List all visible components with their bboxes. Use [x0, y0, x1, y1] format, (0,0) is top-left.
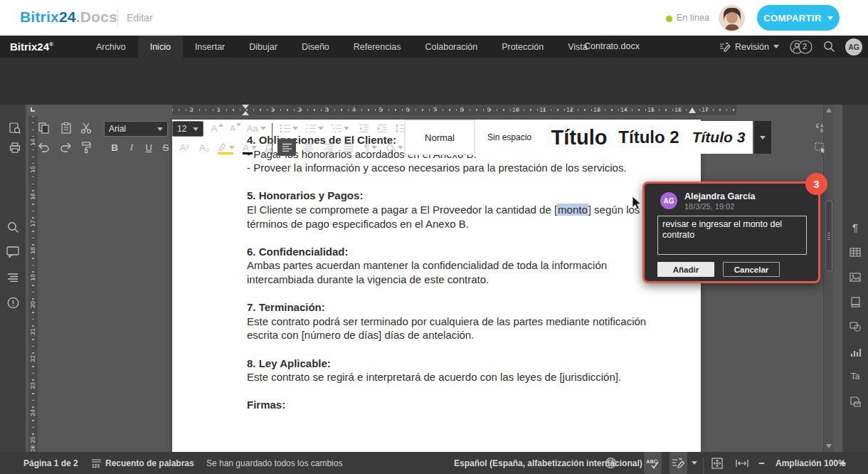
italic-button[interactable]: I	[122, 139, 141, 156]
strikethrough-button[interactable]: S	[157, 139, 175, 156]
paste-button[interactable]	[57, 120, 75, 137]
text-art-settings-button[interactable]: Ta	[842, 368, 868, 385]
tab-colaboracion[interactable]: Colaboración	[413, 36, 490, 58]
fit-page-button[interactable]	[711, 452, 723, 474]
user-initials-avatar[interactable]: AG	[845, 38, 862, 56]
font-color-button[interactable]: A	[239, 139, 260, 156]
zoom-out-button[interactable]: −	[758, 452, 765, 474]
compartir-button[interactable]: COMPARTIR	[757, 5, 840, 31]
shading-button[interactable]	[384, 139, 406, 156]
align-right-button[interactable]	[319, 139, 337, 156]
navigation-headings-button[interactable]	[0, 268, 26, 285]
ruler-h-label: 15	[647, 106, 655, 113]
undo-button[interactable]	[34, 139, 53, 156]
paragraph-settings-button[interactable]: ¶	[842, 218, 868, 236]
search-icon[interactable]	[823, 41, 835, 53]
styles-gallery-expand-button[interactable]	[754, 121, 771, 154]
tab-inicio[interactable]: Inicio	[138, 36, 183, 58]
save-copy-style-button[interactable]	[6, 120, 24, 137]
scroll-down-arrow[interactable]	[826, 444, 832, 448]
vertical-ruler[interactable]: 14 15 16 17 18 19 20 21 22 23 24 25 26	[28, 116, 38, 452]
tab-archivo[interactable]: Archivo	[84, 36, 138, 58]
comments-panel-button[interactable]	[0, 243, 26, 260]
clear-formatting-button[interactable]	[262, 139, 277, 156]
track-changes-menu[interactable]	[692, 452, 697, 474]
decrease-indent-button[interactable]	[354, 120, 373, 137]
header-footer-settings-button[interactable]	[842, 293, 868, 310]
vertical-scrollbar[interactable]	[823, 105, 834, 452]
comment-text-input[interactable]: revisar e ingresar el monto del contrato	[657, 216, 807, 255]
select-all-button[interactable]	[811, 139, 830, 156]
ruler-h-label: 17	[702, 106, 709, 113]
tab-stop-selector[interactable]	[28, 105, 38, 115]
redo-button[interactable]	[57, 139, 75, 156]
bullet-list-button[interactable]	[277, 120, 300, 137]
comment-add-button[interactable]: Añadir	[657, 262, 714, 277]
align-center-button[interactable]	[299, 139, 317, 156]
style-titulo-3[interactable]: Título 3	[684, 121, 753, 154]
image-settings-button[interactable]	[842, 268, 868, 285]
review-mode-button[interactable]: Revisión	[719, 42, 779, 52]
multilevel-list-button[interactable]	[329, 120, 351, 137]
tab-editar[interactable]: Editar	[127, 12, 153, 23]
subscript-button[interactable]: A₂	[195, 139, 213, 156]
tab-referencias[interactable]: Referencias	[342, 36, 413, 58]
language-selector[interactable]: Español (España, alfabetización internac…	[454, 452, 652, 474]
copy-button[interactable]	[34, 120, 53, 137]
track-changes-button[interactable]	[669, 452, 687, 474]
tab-diseno[interactable]: Diseño	[290, 36, 342, 58]
show-paragraph-marks-button[interactable]: ¶	[360, 139, 381, 156]
increase-indent-button[interactable]	[373, 120, 391, 137]
font-size-select[interactable]: 12	[172, 121, 203, 137]
decrease-font-button[interactable]: A	[226, 120, 245, 137]
commented-text-highlight[interactable]: monto	[557, 204, 588, 216]
ruler-h-label: 8	[460, 106, 463, 113]
font-name-select[interactable]: Arial	[104, 121, 168, 137]
grow-a: A	[211, 123, 217, 134]
style-titulo[interactable]: Título	[545, 121, 613, 154]
horizontal-ruler[interactable]: 2 1 1 2 3 4 5 6 7 8 9 10 11 12 13 14 15 …	[172, 105, 736, 115]
set-language-button[interactable]	[605, 452, 617, 474]
mail-merge-button[interactable]	[842, 393, 868, 410]
style-normal[interactable]: Normal	[406, 121, 474, 154]
style-titulo-2[interactable]: Título 2	[615, 121, 683, 154]
page-indicator[interactable]: Página 1 de 2	[23, 452, 78, 474]
about-button[interactable]	[0, 294, 26, 311]
scrollbar-thumb[interactable]	[825, 201, 832, 271]
tab-insertar[interactable]: Insertar	[183, 36, 237, 58]
table-settings-button[interactable]	[842, 243, 868, 260]
tab-dibujar[interactable]: Dibujar	[237, 36, 290, 58]
align-justify-button[interactable]	[339, 139, 357, 156]
ruler-h-label: 1	[270, 106, 274, 113]
user-avatar-photo[interactable]	[719, 5, 745, 31]
highlight-color-button[interactable]	[215, 139, 236, 156]
document-page[interactable]: 4. Obligaciones de El Cliente: - Pagar l…	[172, 120, 701, 452]
cut-button[interactable]	[77, 120, 95, 137]
numbered-list-button[interactable]	[303, 120, 326, 137]
indent-marker[interactable]	[242, 105, 249, 115]
shape-settings-button[interactable]	[842, 318, 868, 335]
chart-settings-button[interactable]	[842, 343, 868, 360]
find-button[interactable]	[0, 218, 26, 236]
style-sin-espacio[interactable]: Sin espacio	[475, 121, 544, 154]
increase-font-button[interactable]: A	[208, 120, 226, 137]
bold-button[interactable]: B	[105, 139, 124, 156]
zoom-level-label[interactable]: Ampliación 100%	[776, 452, 846, 474]
underline-button[interactable]: U	[139, 139, 158, 156]
tab-proteccion[interactable]: Protección	[489, 36, 556, 58]
scroll-up-arrow[interactable]	[826, 108, 832, 112]
print-button[interactable]	[6, 139, 24, 156]
right-indent-marker[interactable]	[689, 107, 696, 113]
comment-cancel-button[interactable]: Cancelar	[723, 262, 780, 277]
change-case-button[interactable]: Aa	[245, 120, 268, 137]
spell-check-button[interactable]: ABC	[644, 452, 662, 474]
fit-width-button[interactable]	[736, 452, 748, 474]
align-left-button[interactable]	[277, 139, 296, 156]
users-icon	[789, 39, 813, 55]
active-users-button[interactable]: 2	[789, 39, 813, 55]
format-painter-button[interactable]	[77, 139, 95, 156]
zoom-in-button[interactable]: +	[840, 452, 846, 474]
replace-button[interactable]: AB	[811, 120, 830, 137]
superscript-button[interactable]: A²	[175, 139, 194, 156]
word-count-button[interactable]: 123 Recuento de palabras	[91, 452, 194, 474]
